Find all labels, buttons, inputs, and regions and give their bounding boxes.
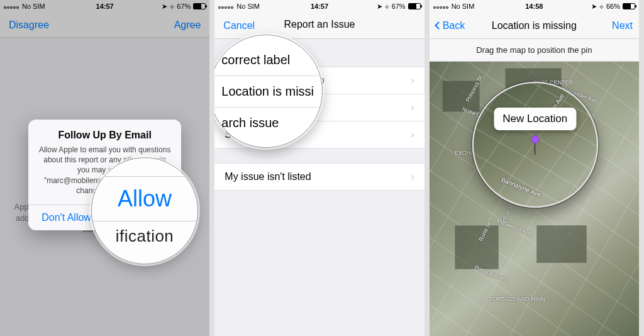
cancel-button[interactable]: Cancel [223, 20, 255, 31]
battery-icon [623, 3, 635, 9]
back-button[interactable]: Back [436, 20, 465, 31]
battery-percent: 67% [392, 3, 406, 10]
chevron-right-icon: › [411, 75, 414, 86]
magnified-suffix: ification [92, 221, 197, 246]
signal-dots-icon [218, 3, 234, 10]
location-icon: ➤ [377, 3, 382, 11]
chevron-right-icon: › [411, 102, 414, 113]
carrier-label: No SIM [236, 3, 260, 10]
bluetooth-icon: ⟡ [385, 3, 389, 11]
back-label: Back [443, 20, 465, 31]
carrier-label: No SIM [452, 3, 475, 10]
new-location-callout[interactable]: New Location [494, 108, 576, 130]
battery-icon [408, 3, 421, 9]
status-bar: No SIM 14:57 ➤ ⟡ 67% [214, 0, 424, 13]
page-title: Location is missing [492, 20, 577, 31]
chevron-left-icon [435, 21, 443, 30]
screen-1-follow-up-email: No SIM 14:57 ➤ ⟡ 67% Disagree Agree Appl… [0, 0, 214, 336]
signal-dots-icon [433, 3, 449, 10]
chevron-right-icon: › [411, 129, 414, 140]
report-issue-nav: Cancel Report an Issue [214, 13, 424, 39]
magnifier-map-pin: Elgin Ave Bannatyne Ave New Location [472, 82, 598, 208]
magnified-row-focus: Location is missi [214, 76, 322, 108]
chevron-right-icon: › [411, 171, 414, 182]
street-label: PORTAGE AND MAIN [489, 296, 545, 302]
drag-map-hint: Drag the map to position the pin [430, 39, 639, 62]
row-not-listed[interactable]: My issue isn't listed › [214, 163, 424, 191]
bluetooth-icon: ⟡ [599, 3, 604, 11]
alert-title: Follow Up By Email [28, 130, 181, 141]
map-nav: Back Location is missing Next [430, 13, 639, 39]
magnified-allow: Allow [92, 177, 197, 221]
status-bar: No SIM 14:58 ➤ ⟡ 66% [430, 0, 639, 13]
page-title: Report an Issue [284, 19, 355, 30]
magnifier-allow: Allow ification [91, 157, 198, 264]
screen-3-location-missing-map: No SIM 14:58 ➤ ⟡ 66% Back Location is mi… [430, 0, 644, 336]
location-icon: ➤ [591, 3, 597, 11]
battery-percent: 66% [606, 3, 620, 10]
screen-2-report-issue: No SIM 14:57 ➤ ⟡ 67% Cancel Report an Is… [214, 0, 429, 336]
map-pin-icon[interactable] [531, 135, 539, 155]
clock: 14:57 [311, 3, 328, 10]
street-label: Bannatyne Ave [500, 176, 541, 198]
row-label: My issue isn't listed [225, 171, 311, 182]
next-button[interactable]: Next [612, 20, 633, 31]
clock: 14:58 [525, 3, 543, 10]
